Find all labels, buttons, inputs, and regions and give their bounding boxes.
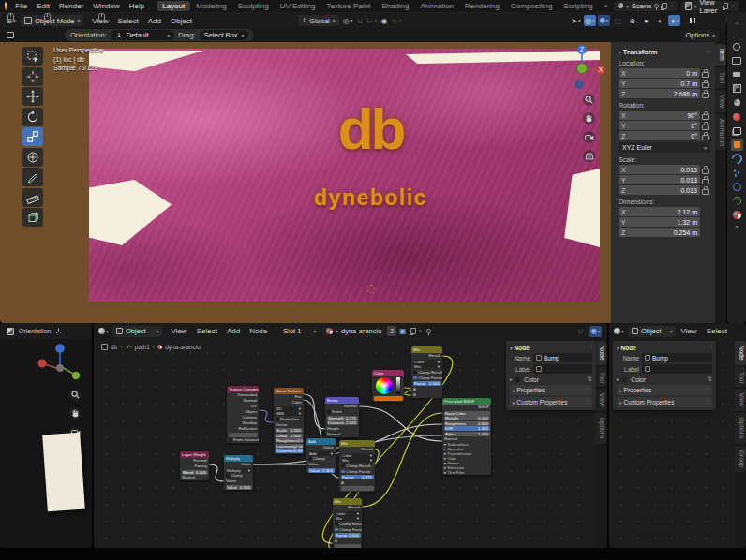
show-overlays-dropdown[interactable]: ◎▾: [584, 15, 596, 26]
scale-x-field[interactable]: X0.013: [619, 165, 700, 174]
properties-tab-tool[interactable]: [731, 40, 743, 52]
dimensions-x-field[interactable]: X2.12 m: [619, 207, 700, 216]
properties-tab-scene[interactable]: [731, 96, 743, 109]
workspace-tab-layout[interactable]: Layout: [157, 1, 190, 11]
viewport-menu-object[interactable]: Object: [166, 17, 197, 25]
copy-material-icon[interactable]: [410, 328, 416, 334]
node-value-field[interactable]: Scale6.500: [276, 428, 303, 433]
menu-window[interactable]: Window: [88, 2, 124, 10]
properties-tab-collection[interactable]: [731, 125, 743, 137]
node-header[interactable]: Color: [372, 370, 404, 376]
node-checkbox[interactable]: Clamp Factor: [411, 376, 442, 381]
navigation-gizmo[interactable]: Z X: [567, 43, 608, 92]
snap-with-dropdown[interactable]: ⊢▾: [366, 15, 379, 26]
properties-tab-constraints[interactable]: [731, 195, 743, 207]
pin-icon[interactable]: [654, 4, 659, 8]
new-scene-icon[interactable]: [662, 3, 667, 9]
node-color-row[interactable]: ▸Color⇅: [510, 376, 592, 383]
location-x-field[interactable]: X0 m: [619, 68, 700, 78]
node-dropdown[interactable]: Multiply▾: [226, 468, 252, 473]
node-value-field[interactable]: Detail2.000: [276, 434, 303, 438]
render-passes-button[interactable]: ▢: [612, 15, 624, 26]
sidebar-tab-view[interactable]: View: [715, 90, 726, 112]
workspace-tab-animation[interactable]: Animation: [414, 1, 459, 11]
shader-tab-group[interactable]: Group: [735, 446, 746, 472]
node-value-field[interactable]: Blend0.500: [182, 470, 208, 475]
node-value-field-active[interactable]: Value0.500: [308, 468, 335, 473]
tool-select-box[interactable]: [22, 47, 43, 66]
lock-icon[interactable]: [702, 169, 709, 174]
drag-dropdown[interactable]: Select Box▾: [200, 30, 249, 40]
workspace-tab-scripting[interactable]: Scripting: [558, 1, 598, 11]
node-math-multiply[interactable]: MultiplyValueMultiply▾ClampValueValue0.5…: [224, 455, 253, 490]
view-layer-selector[interactable]: ▾ View Layer ×: [681, 1, 739, 11]
node-header[interactable]: Mix: [411, 346, 442, 353]
node-output-socket[interactable]: BSDF: [442, 405, 491, 410]
tool-measure[interactable]: [22, 188, 43, 207]
menu-render[interactable]: Render: [54, 2, 88, 10]
properties-section[interactable]: ▸ Properties∷: [617, 385, 712, 395]
mode-dropdown[interactable]: Object Mode▾: [21, 15, 83, 26]
xray-toggle[interactable]: ▾: [598, 15, 610, 26]
workspace-tab-modeling[interactable]: Modeling: [190, 1, 231, 11]
node-input-socket[interactable]: Normal: [180, 475, 209, 480]
menu-file[interactable]: File: [10, 2, 32, 10]
node-color-wheel[interactable]: [372, 376, 404, 395]
node-header[interactable]: Mix: [339, 440, 375, 447]
shader-editor-type-button[interactable]: ▾: [613, 326, 625, 337]
pin-icon[interactable]: [426, 329, 431, 333]
shader-tab-view[interactable]: View: [595, 389, 606, 411]
node-color-row[interactable]: ▸Color⇅: [617, 376, 712, 383]
shader-menu-select[interactable]: Select: [192, 327, 222, 335]
node-panel-header[interactable]: ▾ Node: [510, 345, 530, 351]
node-value-field[interactable]: Value0.500: [226, 485, 252, 490]
node-value-field[interactable]: [341, 486, 374, 491]
properties-tab-object[interactable]: [731, 139, 743, 151]
node-checkbox[interactable]: Invert: [325, 409, 359, 415]
node-value-field-active[interactable]: Distortion0.000: [276, 449, 303, 453]
lock-icon[interactable]: [702, 72, 709, 78]
proportional-editing-icon[interactable]: ◉: [379, 15, 391, 26]
node-layer-weight[interactable]: Layer WeightFresnelFacingBlend0.500Norma…: [180, 451, 209, 480]
pan-hand-icon[interactable]: [69, 407, 82, 420]
node-dropdown[interactable]: 3D▾: [276, 406, 303, 411]
breadcrumb-material[interactable]: dyna-arancio: [165, 344, 201, 350]
tool-settings-icon[interactable]: [4, 30, 16, 41]
shader-menu-node[interactable]: Node: [245, 327, 272, 335]
node-header[interactable]: Noise Texture: [274, 388, 304, 394]
node-header[interactable]: Add: [306, 438, 336, 445]
mini-editor-type-button[interactable]: [4, 326, 16, 337]
location-z-field[interactable]: Z2.686 m: [619, 89, 700, 98]
node-header[interactable]: Mix: [333, 498, 362, 505]
node-principled-bsdf[interactable]: Principled BSDFBSDFBase ColorMetallic0.0…: [442, 398, 491, 475]
viewport-menu-select[interactable]: Select: [113, 17, 143, 25]
snap-magnet-icon[interactable]: ∪: [354, 15, 366, 26]
node-input-socket[interactable]: Normal: [325, 432, 359, 437]
node-label-field[interactable]: [642, 364, 712, 374]
workspace-tab-uv-editing[interactable]: UV Editing: [275, 1, 321, 11]
node-dropdown[interactable]: Mix▾: [413, 364, 441, 369]
node-bump[interactable]: BumpNormalInvertStrength0.275Distance2.6…: [325, 397, 359, 437]
sidebar-tab-animation[interactable]: Animation: [715, 114, 726, 151]
zoom-icon[interactable]: [583, 94, 595, 106]
node-color[interactable]: Color: [372, 370, 404, 402]
blender-logo-icon[interactable]: [5, 2, 7, 10]
rotation-z-field[interactable]: Z0°: [619, 131, 700, 140]
unlink-material-icon[interactable]: ×: [418, 328, 422, 334]
shader-type-dropdown[interactable]: Object▾: [628, 326, 676, 337]
pause-render-button[interactable]: [686, 15, 698, 26]
lock-icon[interactable]: [702, 125, 709, 130]
node-dropdown[interactable]: Color▾: [335, 511, 361, 516]
mini-navigation-gizmo[interactable]: [36, 342, 82, 385]
shading-solid-button[interactable]: ●: [640, 15, 652, 26]
node-header[interactable]: Texture Coordinate: [227, 386, 259, 392]
lock-icon[interactable]: [702, 114, 709, 120]
node-output-socket[interactable]: Result: [411, 353, 442, 359]
rotation-x-field[interactable]: X90°: [619, 111, 700, 120]
node-output-socket[interactable]: Value: [224, 462, 253, 467]
node-dropdown[interactable]: Mix▾: [341, 458, 374, 463]
lock-icon[interactable]: [702, 179, 709, 184]
fake-user-icon[interactable]: ▣: [396, 326, 409, 337]
chevron-down-icon[interactable]: ▾: [727, 223, 746, 229]
tool-scale[interactable]: [22, 127, 43, 146]
